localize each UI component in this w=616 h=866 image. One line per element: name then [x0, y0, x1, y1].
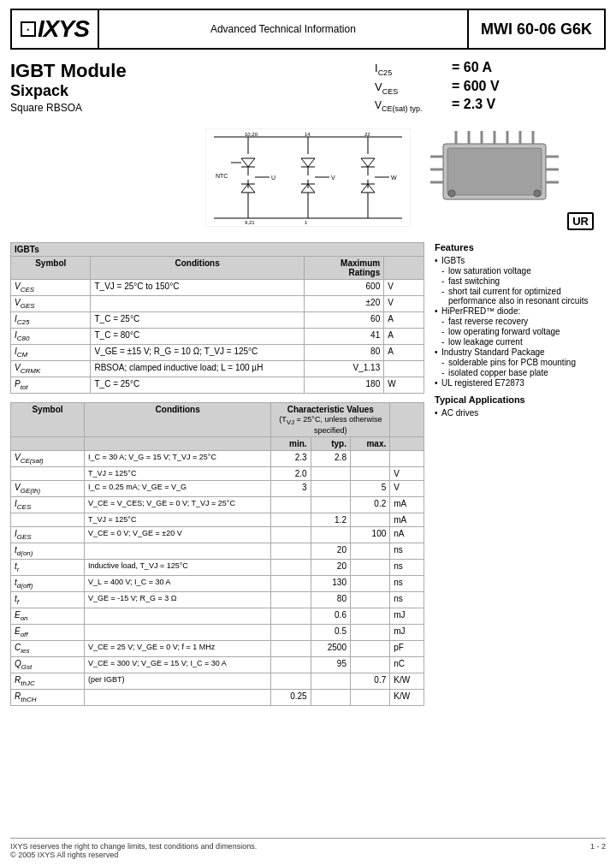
- max-cell: ±20: [304, 295, 383, 311]
- spec-ic25-symbol: IC25: [375, 62, 452, 77]
- feature-item: fast switching: [435, 276, 606, 286]
- max-cell: V_1.13: [304, 360, 383, 377]
- features-section: Features IGBTslow saturation voltagefast…: [435, 242, 606, 388]
- col-symbol-header: Symbol: [11, 256, 91, 279]
- table-row: T_VJ = 125°C1.2mA: [11, 513, 424, 527]
- symbol-cell: td(off): [11, 576, 85, 592]
- table-row: ICMV_GE = ±15 V; R_G = 10 Ω; T_VJ = 125°…: [11, 344, 424, 360]
- applications-section: Typical Applications AC drives: [435, 394, 606, 418]
- table-row: td(on)20ns: [11, 543, 424, 560]
- table-row: VGES±20V: [11, 295, 424, 311]
- table-row: trInductive load, T_VJ = 125°C20ns: [11, 560, 424, 576]
- footer-left: IXYS reserves the right to change limits…: [10, 842, 590, 859]
- application-item: AC drives: [435, 408, 606, 418]
- feature-item: solderable pins for PCB mounting: [435, 358, 606, 367]
- unit-cell: A: [384, 328, 424, 344]
- conditions-cell: [85, 608, 271, 625]
- table-row: Eon0.6mJ: [11, 608, 424, 625]
- table1-header: IGBTs: [11, 242, 424, 256]
- logo-box: ▪: [21, 21, 36, 37]
- feature-item: UL registered E72873: [435, 378, 606, 388]
- svg-text:U: U: [271, 175, 275, 181]
- product-subtitle: Sixpack: [10, 82, 366, 100]
- tables-section: IGBTs Symbol Conditions Maximum Ratings …: [10, 242, 606, 715]
- symbol-cell: IC25: [11, 311, 91, 328]
- logo-text: IXYS: [38, 15, 89, 43]
- unit-cell: A: [384, 344, 424, 360]
- symbol-cell: Ptot: [11, 377, 91, 393]
- table-row: VCRMKRBSOA; clamped inductive load; L = …: [11, 360, 424, 377]
- svg-text:10,20: 10,20: [245, 132, 258, 137]
- col-char-header: Characteristic Values (TVJ = 25°C, unles…: [271, 402, 390, 437]
- svg-point-56: [534, 190, 541, 197]
- max-cell: 600: [304, 279, 383, 295]
- unit-cell: A: [384, 311, 424, 328]
- symbol-cell: tr: [11, 560, 85, 576]
- conditions-cell: I_C = 0.25 mA; V_GE = V_G: [85, 481, 271, 497]
- conditions-cell: V_GE = ±15 V; R_G = 10 Ω; T_VJ = 125°C: [91, 344, 304, 360]
- svg-text:V: V: [331, 175, 335, 181]
- page-header: ▪ IXYS Advanced Technical Information MW…: [10, 9, 606, 50]
- col-conditions-header: Conditions: [91, 256, 304, 279]
- footer-disclaimer: IXYS reserves the right to change limits…: [10, 842, 590, 851]
- conditions-cell: I_C = 30 A; V_G = 15 V; T_VJ = 25°C: [85, 451, 271, 467]
- col-unit-header: [384, 256, 424, 279]
- footer-copyright: © 2005 IXYS All rights reserved: [10, 851, 590, 859]
- conditions-cell: [85, 543, 271, 560]
- applications-list: AC drives: [435, 408, 606, 418]
- module-image: [426, 127, 563, 212]
- svg-text:W: W: [391, 175, 397, 181]
- symbol-cell: Eoff: [11, 625, 85, 641]
- conditions-cell: V_L = 400 V; I_C = 30 A: [85, 576, 271, 592]
- header-tagline: Advanced Technical Information: [99, 23, 467, 35]
- unit-cell: V: [384, 279, 424, 295]
- symbol-cell: Cies: [11, 641, 85, 657]
- conditions-cell: [91, 295, 304, 311]
- conditions-cell: Inductive load, T_VJ = 125°C: [85, 560, 271, 576]
- symbol-cell: ICES: [11, 497, 85, 513]
- col-max2-header: max.: [350, 437, 389, 451]
- unit-cell: W: [384, 377, 424, 393]
- table-row: RthJC(per IGBT)0.7K/W: [11, 673, 424, 690]
- table-row: IC80T_C = 80°C41A: [11, 328, 424, 344]
- conditions-cell: (per IGBT): [85, 673, 271, 690]
- unit-cell: [384, 360, 424, 377]
- symbol-cell: VCRMK: [11, 360, 91, 377]
- symbol-cell: VCES: [11, 279, 91, 295]
- circuit-area: U V W NTC 10,20 14 22 9,21 1: [10, 122, 606, 234]
- symbol-cell: RthJC: [11, 673, 85, 690]
- spec-vcesat-symbol: VCE(sat) typ.: [375, 99, 452, 113]
- conditions-cell: T_VJ = 125°C: [85, 513, 271, 527]
- feature-item: isolated copper base plate: [435, 368, 606, 377]
- feature-item: IGBTs: [435, 256, 606, 265]
- part-number: MWI 60-06 G6K: [467, 10, 604, 48]
- product-specs: IC25 = 60 A VCES = 600 V VCE(sat) typ. =…: [366, 60, 606, 116]
- table-row: VCE(sat)I_C = 30 A; V_G = 15 V; T_VJ = 2…: [11, 451, 424, 467]
- circuit-diagram: U V W NTC 10,20 14 22 9,21 1: [205, 128, 411, 227]
- symbol-cell: VGE(th): [11, 481, 85, 497]
- table-row: RthCH0.25K/W: [11, 690, 424, 706]
- table-row: ICESV_CE = V_CES; V_GE = 0 V; T_VJ = 25°…: [11, 497, 424, 513]
- page-footer: IXYS reserves the right to change limits…: [10, 838, 606, 859]
- spec-ic25-value: = 60 A: [452, 60, 492, 75]
- svg-text:NTC: NTC: [216, 173, 228, 179]
- col-typ-header: typ.: [311, 437, 350, 451]
- conditions-cell: [85, 625, 271, 641]
- char-values-table: Symbol Conditions Characteristic Values …: [10, 402, 424, 707]
- symbol-cell: Eon: [11, 608, 85, 625]
- symbol-cell: QGst: [11, 657, 85, 673]
- symbol-cell: [11, 467, 85, 481]
- max-cell: 180: [304, 377, 383, 393]
- product-description: Square RBSOA: [10, 102, 366, 114]
- symbol-cell: IC80: [11, 328, 91, 344]
- col-max-header: Maximum Ratings: [304, 256, 383, 279]
- table-row: PtotT_C = 25°C180W: [11, 377, 424, 393]
- feature-item: low operating forward voltage: [435, 327, 606, 336]
- spec-vces: VCES = 600 V: [375, 79, 500, 96]
- conditions-cell: T_C = 25°C: [91, 311, 304, 328]
- feature-item: HiPerFRED™ diode:: [435, 306, 606, 316]
- symbol-cell: [11, 513, 85, 527]
- spec-vces-value: = 600 V: [452, 79, 500, 94]
- col-unit2-header: [390, 402, 424, 437]
- igbt-ratings-table: IGBTs Symbol Conditions Maximum Ratings …: [10, 242, 424, 394]
